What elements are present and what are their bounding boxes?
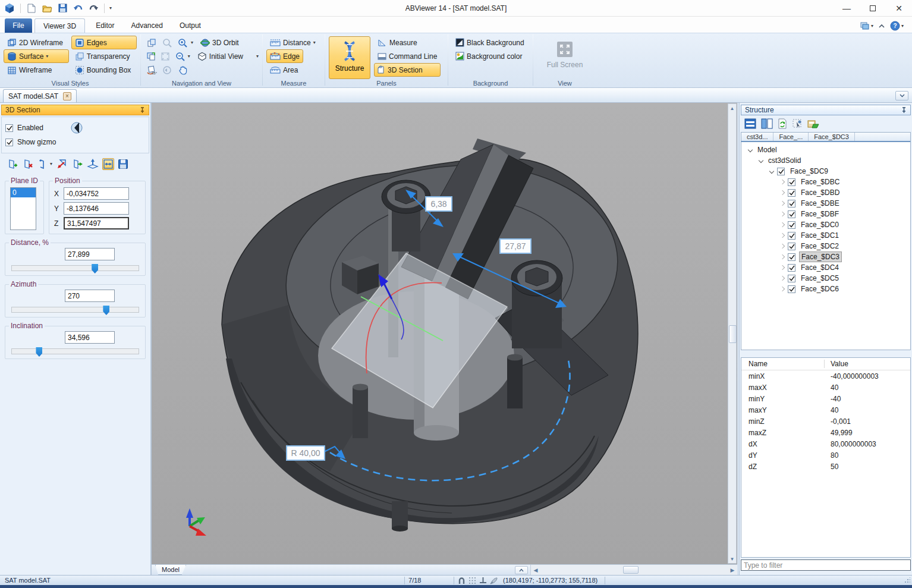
- ortho-icon[interactable]: [479, 577, 487, 584]
- zoom-window-icon[interactable]: [160, 36, 174, 49]
- qat-menu-caret[interactable]: ▾: [109, 6, 112, 11]
- btn-full-screen[interactable]: Full Screen: [544, 36, 586, 79]
- viewport-hscrollbar[interactable]: ◀ ▶: [530, 565, 737, 576]
- chevron-right-icon[interactable]: [780, 201, 785, 206]
- btn-edges[interactable]: Edges: [71, 36, 137, 49]
- position-z-input[interactable]: [64, 217, 129, 229]
- scroll-left-icon[interactable]: ◀: [531, 565, 540, 575]
- btn-area[interactable]: Area: [266, 63, 301, 77]
- select-by-cursor-icon[interactable]: [792, 118, 803, 129]
- tree-item-face[interactable]: Face_$DC1: [741, 230, 910, 241]
- breadcrumb-item[interactable]: cst3d...: [741, 133, 773, 141]
- pan-icon[interactable]: [175, 64, 190, 77]
- previous-view-icon[interactable]: [160, 64, 174, 77]
- ribbon-style-icon[interactable]: ▾: [860, 22, 873, 30]
- tree-item-face[interactable]: Face_$DBF: [741, 209, 910, 219]
- checkbox[interactable]: [788, 232, 795, 240]
- btn-bounding-box[interactable]: Bounding Box: [71, 63, 137, 77]
- btn-wireframe[interactable]: Wireframe: [4, 63, 69, 77]
- panel-splitter[interactable]: [740, 350, 912, 357]
- chevron-right-icon[interactable]: [780, 180, 785, 184]
- surface-caret[interactable]: ▾: [46, 54, 48, 59]
- flip-plane-icon[interactable]: [71, 158, 83, 170]
- help-icon[interactable]: ?▾: [890, 21, 904, 31]
- name-column-header[interactable]: Name: [741, 360, 825, 368]
- chevron-right-icon[interactable]: [780, 265, 785, 270]
- chevron-right-icon[interactable]: [780, 276, 785, 281]
- property-row[interactable]: dX 80,000000003: [741, 438, 910, 449]
- checkbox[interactable]: [788, 264, 795, 272]
- checkbox[interactable]: [788, 253, 795, 261]
- checkbox[interactable]: [788, 221, 795, 229]
- chevron-right-icon[interactable]: [780, 190, 785, 195]
- chevron-down-icon[interactable]: [748, 147, 753, 152]
- pin-icon[interactable]: [901, 107, 907, 114]
- tree-item-face[interactable]: Face_$DC6: [741, 284, 910, 294]
- chevron-right-icon[interactable]: [780, 233, 785, 238]
- layout-tabs-menu-button[interactable]: [515, 566, 528, 574]
- tab-viewer-3d[interactable]: Viewer 3D: [34, 18, 85, 33]
- checkbox[interactable]: [788, 210, 795, 218]
- btn-structure-panel[interactable]: Structure: [329, 36, 370, 79]
- tab-file[interactable]: File: [5, 18, 32, 33]
- tab-advanced[interactable]: Advanced: [123, 18, 171, 33]
- tree-item-face[interactable]: Face_$DBC: [741, 177, 910, 187]
- copy-view-icon[interactable]: [144, 36, 159, 49]
- app-icon[interactable]: [4, 2, 15, 14]
- resize-grip[interactable]: [904, 577, 910, 583]
- model-layout-tab[interactable]: Model: [155, 565, 186, 575]
- scroll-right-icon[interactable]: ▶: [728, 565, 737, 575]
- property-row[interactable]: minZ -0,001: [741, 416, 910, 427]
- checkbox[interactable]: [788, 189, 795, 197]
- show-gizmo-checkbox[interactable]: [5, 139, 13, 146]
- tree-item-face[interactable]: Face_$DBD: [741, 187, 910, 198]
- plane-id-item[interactable]: 0: [11, 188, 36, 197]
- chevron-right-icon[interactable]: [780, 244, 785, 249]
- rotate-plane-icon[interactable]: [37, 158, 46, 170]
- tree-item-solid[interactable]: cst3dSolid: [741, 155, 910, 166]
- tree-item-parent-face[interactable]: Face_$DC9: [741, 166, 910, 177]
- hscroll-thumb[interactable]: [623, 566, 639, 574]
- btn-measure-panel[interactable]: Measure: [374, 36, 441, 49]
- property-row[interactable]: maxY 40: [741, 404, 910, 416]
- viewport-3d[interactable]: 6,38 27,87 R 40,00: [152, 103, 737, 575]
- filter-input[interactable]: [741, 559, 911, 571]
- chevron-right-icon[interactable]: [780, 222, 785, 227]
- checkbox[interactable]: [777, 168, 785, 175]
- btn-edge[interactable]: Edge: [266, 49, 303, 63]
- tree-item-face[interactable]: Face_$DBE: [741, 198, 910, 209]
- redo-icon[interactable]: [87, 2, 99, 14]
- document-tab[interactable]: SAT model.SAT ×: [3, 89, 77, 102]
- tree-item-face[interactable]: Face_$DC5: [741, 273, 910, 284]
- property-row[interactable]: minY -40: [741, 393, 910, 404]
- model-canvas[interactable]: 6,38 27,87 R 40,00: [152, 103, 737, 564]
- checkbox[interactable]: [788, 243, 795, 250]
- tree-item-model[interactable]: Model: [741, 144, 910, 155]
- paste-view-icon[interactable]: [144, 50, 158, 63]
- tab-editor[interactable]: Editor: [87, 18, 122, 33]
- open-file-icon[interactable]: [41, 2, 53, 14]
- snap-magnet-icon[interactable]: [458, 577, 466, 584]
- vscroll-thumb[interactable]: [729, 325, 737, 343]
- tree-item-face[interactable]: Face_$DC0: [741, 219, 910, 230]
- scroll-down-icon[interactable]: ▼: [728, 555, 736, 563]
- draw-style-icon[interactable]: [490, 577, 498, 584]
- new-file-icon[interactable]: [26, 2, 37, 14]
- minimize-button[interactable]: —: [834, 0, 860, 16]
- plane-id-list[interactable]: 0: [10, 187, 36, 230]
- zoom-out-icon[interactable]: [174, 50, 187, 63]
- property-row[interactable]: maxX 40: [741, 382, 910, 393]
- pin-icon[interactable]: [140, 107, 145, 114]
- checkbox[interactable]: [788, 275, 795, 282]
- property-row[interactable]: minX -40,000000003: [741, 370, 910, 382]
- btn-surface[interactable]: Surface▾: [4, 49, 69, 63]
- btn-black-background[interactable]: Black Background: [452, 36, 528, 49]
- value-column-header[interactable]: Value: [825, 360, 848, 368]
- checkbox[interactable]: [788, 285, 795, 293]
- zoom-in-icon[interactable]: [175, 36, 190, 49]
- btn-background-color[interactable]: Background color: [452, 49, 526, 63]
- delete-plane-icon[interactable]: [21, 158, 33, 170]
- checkbox[interactable]: [788, 178, 795, 186]
- btn-command-line[interactable]: Command Line: [374, 49, 441, 63]
- viewport-vscrollbar[interactable]: ▲ ▼: [728, 103, 737, 564]
